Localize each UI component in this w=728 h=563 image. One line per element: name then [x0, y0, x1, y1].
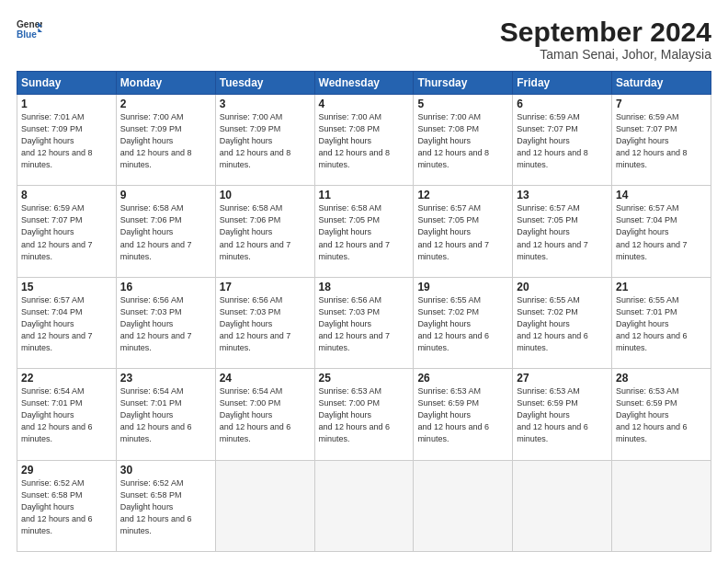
- day-info: Sunrise: 6:58 AMSunset: 7:06 PMDaylight …: [120, 202, 211, 262]
- col-sunday: Sunday: [17, 72, 117, 95]
- table-row: [414, 460, 513, 551]
- day-info: Sunrise: 6:59 AMSunset: 7:07 PMDaylight …: [616, 111, 707, 171]
- table-row: 15Sunrise: 6:57 AMSunset: 7:04 PMDayligh…: [17, 277, 117, 368]
- day-number: 18: [319, 281, 410, 293]
- day-number: 15: [21, 281, 112, 293]
- calendar-table: Sunday Monday Tuesday Wednesday Thursday…: [17, 71, 711, 552]
- table-row: 16Sunrise: 6:56 AMSunset: 7:03 PMDayligh…: [116, 277, 215, 368]
- calendar-title: September 2024: [500, 17, 711, 47]
- table-row: 26Sunrise: 6:53 AMSunset: 6:59 PMDayligh…: [414, 369, 513, 460]
- table-row: 5Sunrise: 7:00 AMSunset: 7:08 PMDaylight…: [414, 95, 513, 186]
- day-info: Sunrise: 6:57 AMSunset: 7:05 PMDaylight …: [517, 202, 608, 262]
- header-row: Sunday Monday Tuesday Wednesday Thursday…: [17, 72, 711, 95]
- day-info: Sunrise: 6:54 AMSunset: 7:01 PMDaylight …: [120, 385, 211, 445]
- day-info: Sunrise: 7:00 AMSunset: 7:09 PMDaylight …: [220, 111, 311, 171]
- logo: General Blue: [17, 17, 42, 42]
- table-row: 29Sunrise: 6:52 AMSunset: 6:58 PMDayligh…: [17, 460, 117, 551]
- table-row: 1Sunrise: 7:01 AMSunset: 7:09 PMDaylight…: [17, 95, 117, 186]
- calendar-subtitle: Taman Senai, Johor, Malaysia: [500, 47, 711, 62]
- table-row: 13Sunrise: 6:57 AMSunset: 7:05 PMDayligh…: [513, 186, 612, 277]
- day-info: Sunrise: 6:53 AMSunset: 6:59 PMDaylight …: [517, 385, 608, 445]
- day-info: Sunrise: 6:54 AMSunset: 7:00 PMDaylight …: [220, 385, 311, 445]
- day-info: Sunrise: 6:52 AMSunset: 6:58 PMDaylight …: [120, 477, 211, 537]
- table-row: [612, 460, 711, 551]
- table-row: 10Sunrise: 6:58 AMSunset: 7:06 PMDayligh…: [215, 186, 314, 277]
- day-info: Sunrise: 6:57 AMSunset: 7:04 PMDaylight …: [21, 294, 112, 354]
- table-row: 30Sunrise: 6:52 AMSunset: 6:58 PMDayligh…: [116, 460, 215, 551]
- calendar-row: 29Sunrise: 6:52 AMSunset: 6:58 PMDayligh…: [17, 460, 711, 551]
- day-info: Sunrise: 7:01 AMSunset: 7:09 PMDaylight …: [21, 111, 112, 171]
- day-number: 13: [517, 189, 608, 201]
- table-row: 9Sunrise: 6:58 AMSunset: 7:06 PMDaylight…: [116, 186, 215, 277]
- day-info: Sunrise: 6:52 AMSunset: 6:58 PMDaylight …: [21, 477, 112, 537]
- day-info: Sunrise: 6:56 AMSunset: 7:03 PMDaylight …: [220, 294, 311, 354]
- table-row: 19Sunrise: 6:55 AMSunset: 7:02 PMDayligh…: [414, 277, 513, 368]
- table-row: 25Sunrise: 6:53 AMSunset: 7:00 PMDayligh…: [314, 369, 414, 460]
- logo-icon: General Blue: [17, 17, 42, 42]
- table-row: 23Sunrise: 6:54 AMSunset: 7:01 PMDayligh…: [116, 369, 215, 460]
- day-number: 19: [417, 281, 508, 293]
- day-number: 5: [417, 98, 508, 110]
- day-info: Sunrise: 6:57 AMSunset: 7:05 PMDaylight …: [417, 202, 508, 262]
- svg-text:Blue: Blue: [17, 29, 37, 40]
- calendar-row: 8Sunrise: 6:59 AMSunset: 7:07 PMDaylight…: [17, 186, 711, 277]
- day-info: Sunrise: 6:54 AMSunset: 7:01 PMDaylight …: [21, 385, 112, 445]
- day-info: Sunrise: 6:57 AMSunset: 7:04 PMDaylight …: [616, 202, 707, 262]
- col-wednesday: Wednesday: [314, 72, 414, 95]
- col-tuesday: Tuesday: [215, 72, 314, 95]
- day-number: 16: [120, 281, 211, 293]
- col-friday: Friday: [513, 72, 612, 95]
- table-row: [314, 460, 414, 551]
- day-number: 12: [417, 189, 508, 201]
- col-thursday: Thursday: [414, 72, 513, 95]
- day-number: 20: [517, 281, 608, 293]
- page: General Blue September 2024 Taman Senai,…: [0, 0, 728, 563]
- table-row: 2Sunrise: 7:00 AMSunset: 7:09 PMDaylight…: [116, 95, 215, 186]
- table-row: 11Sunrise: 6:58 AMSunset: 7:05 PMDayligh…: [314, 186, 414, 277]
- day-number: 11: [319, 189, 410, 201]
- day-info: Sunrise: 6:59 AMSunset: 7:07 PMDaylight …: [21, 202, 112, 262]
- title-block: September 2024 Taman Senai, Johor, Malay…: [500, 17, 711, 62]
- day-info: Sunrise: 7:00 AMSunset: 7:09 PMDaylight …: [120, 111, 211, 171]
- day-info: Sunrise: 7:00 AMSunset: 7:08 PMDaylight …: [417, 111, 508, 171]
- day-number: 25: [319, 372, 410, 385]
- day-info: Sunrise: 6:53 AMSunset: 6:59 PMDaylight …: [417, 385, 508, 445]
- day-number: 6: [517, 98, 608, 110]
- day-number: 29: [21, 464, 112, 477]
- day-number: 14: [616, 189, 707, 201]
- table-row: 17Sunrise: 6:56 AMSunset: 7:03 PMDayligh…: [215, 277, 314, 368]
- day-number: 2: [120, 98, 211, 110]
- table-row: 22Sunrise: 6:54 AMSunset: 7:01 PMDayligh…: [17, 369, 117, 460]
- day-number: 10: [220, 189, 311, 201]
- day-number: 30: [120, 464, 211, 477]
- table-row: 12Sunrise: 6:57 AMSunset: 7:05 PMDayligh…: [414, 186, 513, 277]
- day-info: Sunrise: 6:53 AMSunset: 6:59 PMDaylight …: [616, 385, 707, 445]
- day-number: 21: [616, 281, 707, 293]
- day-info: Sunrise: 7:00 AMSunset: 7:08 PMDaylight …: [319, 111, 410, 171]
- table-row: 6Sunrise: 6:59 AMSunset: 7:07 PMDaylight…: [513, 95, 612, 186]
- calendar-row: 15Sunrise: 6:57 AMSunset: 7:04 PMDayligh…: [17, 277, 711, 368]
- table-row: [215, 460, 314, 551]
- table-row: 21Sunrise: 6:55 AMSunset: 7:01 PMDayligh…: [612, 277, 711, 368]
- col-monday: Monday: [116, 72, 215, 95]
- day-number: 28: [616, 372, 707, 385]
- col-saturday: Saturday: [612, 72, 711, 95]
- table-row: 14Sunrise: 6:57 AMSunset: 7:04 PMDayligh…: [612, 186, 711, 277]
- table-row: 24Sunrise: 6:54 AMSunset: 7:00 PMDayligh…: [215, 369, 314, 460]
- day-number: 24: [220, 372, 311, 385]
- day-info: Sunrise: 6:55 AMSunset: 7:02 PMDaylight …: [517, 294, 608, 354]
- day-info: Sunrise: 6:58 AMSunset: 7:05 PMDaylight …: [319, 202, 410, 262]
- day-number: 9: [120, 189, 211, 201]
- header: General Blue September 2024 Taman Senai,…: [17, 17, 711, 62]
- table-row: 3Sunrise: 7:00 AMSunset: 7:09 PMDaylight…: [215, 95, 314, 186]
- day-info: Sunrise: 6:55 AMSunset: 7:02 PMDaylight …: [417, 294, 508, 354]
- day-number: 4: [319, 98, 410, 110]
- table-row: 4Sunrise: 7:00 AMSunset: 7:08 PMDaylight…: [314, 95, 414, 186]
- day-number: 23: [120, 372, 211, 385]
- table-row: [513, 460, 612, 551]
- table-row: 20Sunrise: 6:55 AMSunset: 7:02 PMDayligh…: [513, 277, 612, 368]
- table-row: 18Sunrise: 6:56 AMSunset: 7:03 PMDayligh…: [314, 277, 414, 368]
- day-number: 27: [517, 372, 608, 385]
- table-row: 28Sunrise: 6:53 AMSunset: 6:59 PMDayligh…: [612, 369, 711, 460]
- day-info: Sunrise: 6:53 AMSunset: 7:00 PMDaylight …: [319, 385, 410, 445]
